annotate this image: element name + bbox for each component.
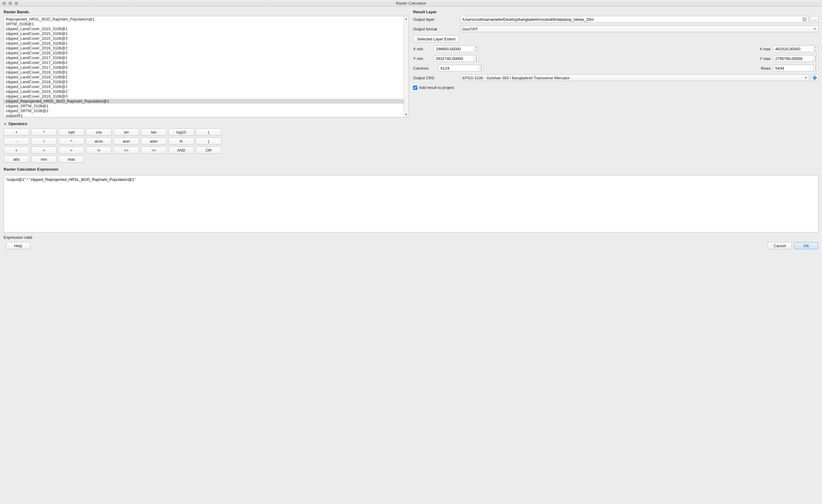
columns-input[interactable] xyxy=(438,65,484,71)
expression-label: Raster Calculator Expression xyxy=(4,167,818,172)
operator-button[interactable]: ln xyxy=(168,137,194,145)
list-item[interactable]: clipped_LandCover_2018_3106@2 xyxy=(4,75,404,80)
titlebar: Raster Calculator xyxy=(0,0,822,7)
operator-button[interactable]: < xyxy=(4,146,29,154)
list-item[interactable]: clipped_LandCover_2016_3106@1 xyxy=(4,41,404,46)
columns-stepper[interactable]: ▲▼ xyxy=(479,65,483,71)
operator-button[interactable]: ) xyxy=(196,137,222,145)
cancel-button[interactable]: Cancel xyxy=(768,242,792,249)
raster-bands-listbox[interactable]: Reprojected_HRSL_BGD_Rajshahi_Population… xyxy=(4,16,409,117)
operator-button[interactable]: asin xyxy=(113,137,139,145)
list-item[interactable]: clipped_LandCover_2016_3106@3 xyxy=(4,51,404,55)
operator-button[interactable]: log10 xyxy=(168,128,194,136)
add-result-checkbox[interactable] xyxy=(413,86,417,90)
xmax-input[interactable] xyxy=(773,46,818,52)
globe-icon xyxy=(812,75,817,80)
operator-button[interactable]: atan xyxy=(141,137,166,145)
list-item[interactable]: SRTM_3106@1 xyxy=(4,22,404,27)
output-format-label: Output format xyxy=(413,27,458,31)
output-crs-value: EPSG:3106 - Gulshan 303 / Bangladesh Tra… xyxy=(462,76,570,80)
operator-button[interactable]: min xyxy=(31,156,57,163)
list-item[interactable]: clipped_LandCover_2019_3106@2 xyxy=(4,89,404,94)
list-item[interactable]: clipped_LandCover_2016_3106@2 xyxy=(4,46,404,51)
browse-button[interactable]: … xyxy=(810,16,818,23)
result-layer-label: Result Layer xyxy=(413,10,818,14)
xmax-stepper[interactable]: ▲▼ xyxy=(813,46,818,52)
list-item[interactable]: clipped_SRTM_3106@2 xyxy=(4,109,404,113)
operator-button[interactable]: abs xyxy=(4,156,29,163)
list-item[interactable]: clipped_Reprojected_HRSL_BGD_Rajshahi_Po… xyxy=(4,99,404,104)
clear-icon[interactable]: ✕ xyxy=(802,17,807,21)
chevron-down-icon xyxy=(4,122,7,125)
xmin-stepper[interactable]: ▲▼ xyxy=(474,46,479,52)
list-item[interactable]: clipped_LandCover_2018_3106@1 xyxy=(4,70,404,75)
operator-button[interactable]: OR xyxy=(196,146,222,154)
list-item[interactable]: clipped_LandCover_2017_3106@1 xyxy=(4,55,404,60)
xmax-label: X max xyxy=(753,47,771,51)
output-layer-input[interactable] xyxy=(460,16,808,23)
operator-button[interactable]: cos xyxy=(86,128,112,136)
scroll-up-icon[interactable]: ▲ xyxy=(404,16,409,21)
operator-button[interactable]: <= xyxy=(113,146,139,154)
help-button[interactable]: Help xyxy=(6,242,30,249)
ymax-input[interactable] xyxy=(773,55,818,62)
output-format-select[interactable]: GeoTIFF ▼ xyxy=(460,26,818,32)
operator-button[interactable]: AND xyxy=(168,146,194,154)
list-item[interactable]: clipped_LandCover_2019_3106@1 xyxy=(4,84,404,89)
crs-picker-button[interactable] xyxy=(811,74,818,81)
output-format-value: GeoTIFF xyxy=(462,27,478,31)
list-item[interactable]: clipped_SRTM_3106@1 xyxy=(4,104,404,109)
operator-button[interactable]: max xyxy=(58,156,84,163)
add-result-label: Add result to project xyxy=(419,85,454,90)
scrollbar[interactable]: ▲ ▼ xyxy=(404,16,409,117)
rows-input[interactable] xyxy=(773,65,818,71)
chevron-down-icon: ▼ xyxy=(805,76,807,79)
output-crs-select[interactable]: EPSG:3106 - Gulshan 303 / Bangladesh Tra… xyxy=(460,74,809,81)
list-item[interactable]: clipped_LandCover_2018_3106@3 xyxy=(4,80,404,84)
operator-button[interactable]: / xyxy=(31,137,57,145)
operator-button[interactable]: = xyxy=(58,146,84,154)
operator-button[interactable]: * xyxy=(31,128,57,136)
operator-button[interactable]: > xyxy=(31,146,57,154)
list-item[interactable]: clipped_LandCover_2019_3106@3 xyxy=(4,94,404,99)
window-title: Raster Calculator xyxy=(0,1,822,5)
rows-stepper[interactable]: ▲▼ xyxy=(813,65,818,71)
ymin-input[interactable] xyxy=(434,55,479,62)
list-item[interactable]: clipped_LandCover_2017_3106@3 xyxy=(4,65,404,70)
list-item[interactable]: Reprojected_HRSL_BGD_Rajshahi_Population… xyxy=(4,17,404,22)
ymax-stepper[interactable]: ▲▼ xyxy=(813,55,818,61)
expression-textarea[interactable] xyxy=(4,175,818,232)
list-item[interactable]: clipped_LandCover_2015_3106@3 xyxy=(4,36,404,41)
operator-button[interactable]: >= xyxy=(141,146,166,154)
selected-layer-extent-button[interactable]: Selected Layer Extent xyxy=(413,35,459,43)
operator-button[interactable]: != xyxy=(86,146,112,154)
operator-button[interactable]: - xyxy=(4,137,29,145)
operator-button[interactable]: ^ xyxy=(58,137,84,145)
operator-button[interactable]: acos xyxy=(86,137,112,145)
raster-bands-label: Raster Bands xyxy=(4,10,409,14)
output-crs-label: Output CRS xyxy=(413,76,458,80)
expression-status: Expression valid xyxy=(4,235,818,240)
ymin-label: Y min xyxy=(413,56,431,61)
output-layer-label: Output layer xyxy=(413,17,458,22)
operator-button[interactable]: sqrt xyxy=(58,128,84,136)
ymax-label: Y max xyxy=(753,56,771,61)
list-item[interactable]: output@1 xyxy=(4,113,404,117)
list-item[interactable]: clipped_LandCover_2015_3106@2 xyxy=(4,31,404,36)
ymin-stepper[interactable]: ▲▼ xyxy=(474,55,479,61)
operators-expander[interactable]: Operators xyxy=(4,121,818,126)
xmin-input[interactable] xyxy=(434,46,479,52)
chevron-down-icon: ▼ xyxy=(814,27,816,30)
operators-label: Operators xyxy=(8,121,27,126)
operator-button[interactable]: tan xyxy=(141,128,166,136)
operator-button[interactable]: ( xyxy=(196,128,222,136)
operator-button[interactable]: + xyxy=(4,128,29,136)
operator-button[interactable]: sin xyxy=(113,128,139,136)
list-item[interactable]: clipped_LandCover_2017_3106@2 xyxy=(4,60,404,65)
list-item[interactable]: clipped_LandCover_2015_3106@1 xyxy=(4,27,404,31)
scroll-down-icon[interactable]: ▼ xyxy=(404,112,409,117)
xmin-label: X min xyxy=(413,47,431,51)
columns-label: Columns xyxy=(413,66,436,71)
ok-button[interactable]: OK xyxy=(794,242,818,249)
rows-label: Rows xyxy=(753,66,771,71)
